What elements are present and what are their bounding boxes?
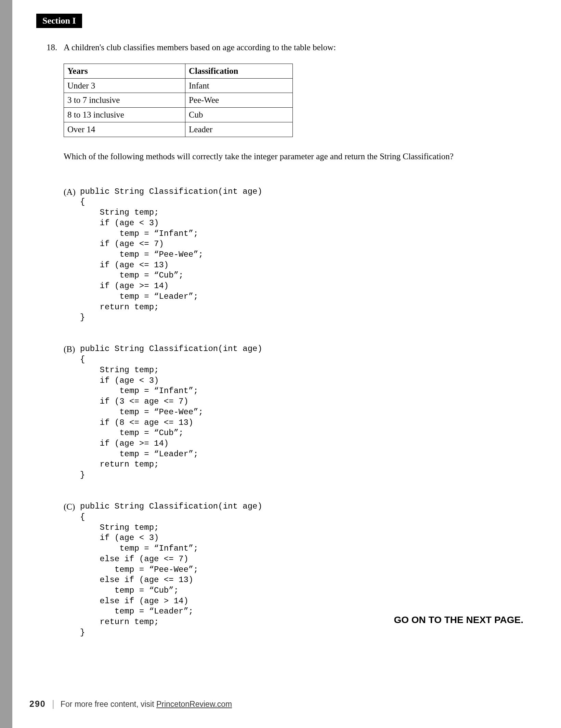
question-number: 18. [47, 42, 64, 53]
choice-a: (A) public String Classification(int age… [64, 187, 527, 323]
choice-label: (C) [64, 501, 80, 512]
section-label: Section I [36, 14, 82, 28]
table-cell: Leader [185, 122, 292, 137]
footer-text: For more free content, visit PrincetonRe… [61, 700, 232, 709]
footer-text-prefix: For more free content, visit [61, 700, 156, 709]
choice-label: (A) [64, 187, 80, 198]
table-cell: 3 to 7 inclusive [64, 93, 185, 108]
choice-code: public String Classification(int age) { … [80, 344, 262, 480]
table-cell: Pee-Wee [185, 93, 292, 108]
choice-label: (B) [64, 344, 80, 355]
table-cell: Infant [185, 78, 292, 93]
question-block: 18. A children's club classifies members… [47, 42, 527, 659]
table-row: 3 to 7 inclusive Pee-Wee [64, 93, 293, 108]
table-row: 8 to 13 inclusive Cub [64, 108, 293, 122]
page-content: Section I 18. A children's club classifi… [12, 0, 561, 728]
choice-code: public String Classification(int age) { … [80, 501, 262, 638]
page-number: 290 [29, 699, 46, 709]
go-on-next-page: GO ON TO THE NEXT PAGE. [394, 615, 523, 625]
table-cell: Cub [185, 108, 292, 122]
question-row: 18. A children's club classifies members… [47, 42, 527, 53]
footer-link: PrincetonReview.com [156, 700, 232, 709]
table-header-classification: Classification [185, 64, 292, 78]
question-sub-prompt: Which of the following methods will corr… [64, 151, 527, 162]
page-left-margin-bar [0, 0, 12, 728]
choice-b: (B) public String Classification(int age… [64, 344, 527, 480]
page-footer: 290 | For more free content, visit Princ… [29, 698, 232, 709]
table-row: Over 14 Leader [64, 122, 293, 137]
question-prompt: A children's club classifies members bas… [64, 42, 527, 53]
table-cell: Over 14 [64, 122, 185, 137]
table-header-row: Years Classification [64, 64, 293, 78]
table-cell: 8 to 13 inclusive [64, 108, 185, 122]
footer-divider: | [52, 698, 54, 709]
choice-code: public String Classification(int age) { … [80, 187, 262, 323]
classification-table: Years Classification Under 3 Infant 3 to… [64, 64, 293, 137]
answer-choices: (A) public String Classification(int age… [64, 165, 527, 659]
table-row: Under 3 Infant [64, 78, 293, 93]
table-cell: Under 3 [64, 78, 185, 93]
table-header-years: Years [64, 64, 185, 78]
